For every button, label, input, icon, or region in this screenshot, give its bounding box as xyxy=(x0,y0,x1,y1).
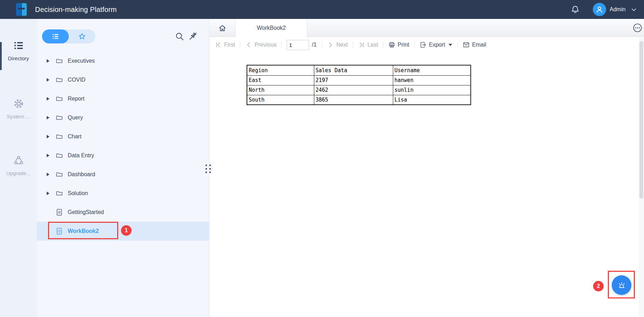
list-view-toggle[interactable] xyxy=(42,29,69,43)
separator xyxy=(383,42,383,48)
sidebar-item-upgrade[interactable]: Upgrade... xyxy=(0,155,37,176)
view-toggle xyxy=(42,29,95,43)
finereport-logo-icon xyxy=(13,2,29,16)
tree-item-data-entry[interactable]: Data Entry xyxy=(37,146,209,165)
column-header: Sales Data xyxy=(314,65,393,75)
export-button[interactable]: Export xyxy=(420,41,452,48)
user-menu-label[interactable]: Admin xyxy=(610,0,625,19)
tab-label: WorkBook2 xyxy=(257,25,286,31)
table-cell: East xyxy=(247,75,314,85)
table-cell: hanwen xyxy=(393,75,471,85)
chevron-down-icon[interactable] xyxy=(630,6,638,14)
top-header: Decision-making Platform Admin xyxy=(0,0,644,19)
upgrade-network-icon xyxy=(13,155,24,166)
tree-item-label: WorkBook2 xyxy=(68,228,99,234)
separator xyxy=(322,42,322,48)
gear-icon xyxy=(13,98,24,109)
caret-right-icon[interactable] xyxy=(46,59,50,63)
separator xyxy=(353,42,353,48)
table-cell: Lisa xyxy=(393,95,471,105)
alarm-icon xyxy=(617,281,626,290)
nav-rail: Directory System ... Upgrade... xyxy=(0,19,37,317)
last-page-label: Last xyxy=(368,42,378,48)
caret-right-icon[interactable] xyxy=(46,172,50,177)
app-root: Decision-making Platform Admin Directory… xyxy=(0,0,644,317)
sidebar-item-directory[interactable]: Directory xyxy=(0,40,37,61)
tree-item-report[interactable]: Report xyxy=(37,89,209,108)
export-dropdown-caret-icon[interactable] xyxy=(448,43,452,47)
tree-item-label: Executives xyxy=(68,58,95,64)
folder-icon xyxy=(55,152,63,159)
file-icon xyxy=(55,208,63,216)
vertical-scrollbar[interactable] xyxy=(639,37,644,317)
column-header: Username xyxy=(393,65,471,75)
tree-item-executives[interactable]: Executives xyxy=(37,51,209,70)
page-total-label: /1 xyxy=(312,42,316,48)
separator xyxy=(414,42,415,48)
tree-item-dashboard[interactable]: Dashboard xyxy=(37,165,209,184)
first-page-icon xyxy=(215,41,222,48)
more-options-icon[interactable] xyxy=(633,23,642,33)
tree-item-label: Report xyxy=(68,96,85,102)
tab-workbook2[interactable]: WorkBook2 xyxy=(236,19,307,37)
panel-resize-handle[interactable] xyxy=(206,165,213,175)
print-button[interactable]: Print xyxy=(388,41,409,48)
rail-item-label: Directory xyxy=(0,55,37,61)
notification-bell-icon[interactable] xyxy=(570,5,580,14)
caret-right-icon[interactable] xyxy=(46,135,50,139)
table-cell: sunlin xyxy=(393,85,471,95)
tree-item-label: Chart xyxy=(68,133,81,140)
scrollbar-thumb[interactable] xyxy=(639,41,643,199)
tree-item-chart[interactable]: Chart xyxy=(37,127,209,146)
annotation-badge-1: 1 xyxy=(121,225,132,236)
next-page-button[interactable]: Next xyxy=(327,41,348,48)
tree-item-gettingstarted[interactable]: GettingStarted xyxy=(37,203,209,222)
annotation-badge-2: 2 xyxy=(593,281,604,291)
sidebar-item-system[interactable]: System ... xyxy=(0,98,37,119)
folder-icon xyxy=(55,57,63,65)
tree-item-query[interactable]: Query xyxy=(37,108,209,127)
tab-home[interactable] xyxy=(209,19,236,37)
file-icon xyxy=(55,227,63,235)
caret-right-icon[interactable] xyxy=(46,97,50,101)
rail-item-label: Upgrade... xyxy=(0,170,37,176)
caret-right-icon[interactable] xyxy=(46,116,50,120)
folder-icon xyxy=(55,95,63,103)
unpin-icon[interactable] xyxy=(188,31,198,41)
tree-item-covid[interactable]: COVID xyxy=(37,70,209,89)
favorites-view-toggle[interactable] xyxy=(69,29,95,43)
tree-item-solution[interactable]: Solution xyxy=(37,184,209,203)
previous-page-label: Previous xyxy=(255,42,276,48)
last-page-button[interactable]: Last xyxy=(358,41,378,48)
next-page-label: Next xyxy=(336,42,348,48)
list-view-icon xyxy=(52,33,59,40)
favorites-star-icon xyxy=(78,32,86,41)
report-table: Region Sales Data Username East 2197 han… xyxy=(247,65,471,105)
first-page-button[interactable]: First xyxy=(215,41,235,48)
folder-icon xyxy=(55,133,63,140)
main-content: WorkBook2 First Previous /1 Next xyxy=(209,19,644,317)
printer-icon xyxy=(388,41,395,48)
directory-panel: Executives COVID Report Query Chart Data… xyxy=(37,19,209,317)
email-icon xyxy=(463,41,470,48)
caret-right-icon[interactable] xyxy=(46,153,50,158)
previous-page-button[interactable]: Previous xyxy=(245,41,276,48)
search-icon[interactable] xyxy=(175,32,184,41)
directory-list-icon xyxy=(13,40,24,51)
avatar[interactable] xyxy=(593,3,606,16)
caret-right-icon[interactable] xyxy=(46,191,50,195)
caret-right-icon[interactable] xyxy=(46,78,50,82)
pagination-toolbar: First Previous /1 Next Last xyxy=(209,37,644,53)
alarm-fab-button[interactable] xyxy=(612,275,631,295)
folder-icon xyxy=(55,114,63,122)
page-title: Decision-making Platform xyxy=(35,0,117,19)
next-page-icon xyxy=(327,41,334,48)
email-button[interactable]: Email xyxy=(463,41,486,48)
page-number-input[interactable] xyxy=(287,40,309,50)
separator xyxy=(240,42,240,48)
rail-item-label: System ... xyxy=(0,113,37,119)
separator xyxy=(281,42,282,48)
first-page-label: First xyxy=(224,42,235,48)
table-cell: North xyxy=(247,85,314,95)
table-row: South 3865 Lisa xyxy=(247,95,471,105)
